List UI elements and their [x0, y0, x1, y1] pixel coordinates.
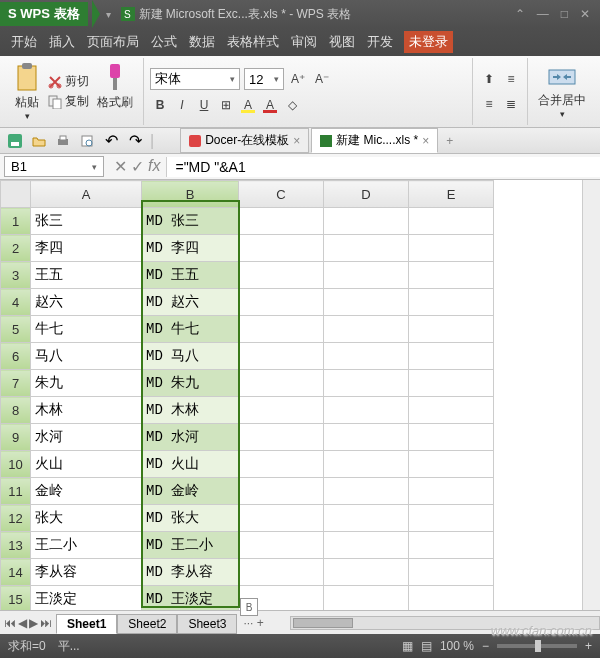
name-box[interactable]: B1▾ — [4, 156, 104, 177]
redo-icon[interactable]: ↷ — [126, 132, 144, 150]
cell[interactable]: 朱九 — [31, 370, 142, 397]
cell[interactable]: MD 张大 — [142, 505, 239, 532]
font-name-select[interactable]: 宋体▾ — [150, 68, 240, 90]
sheet-tab-2[interactable]: Sheet2 — [117, 614, 177, 634]
cell[interactable] — [324, 397, 409, 424]
align-center-icon[interactable]: ≣ — [501, 94, 521, 114]
cell[interactable]: MD 王淡定 — [142, 586, 239, 611]
cell[interactable] — [409, 586, 494, 611]
zoom-in-icon[interactable]: + — [585, 639, 592, 653]
col-header-b[interactable]: B — [142, 181, 239, 208]
align-left-icon[interactable]: ≡ — [479, 94, 499, 114]
cell[interactable] — [409, 370, 494, 397]
cells-table[interactable]: A B C D E 1张三MD 张三2李四MD 李四3王五MD 王五4赵六MD … — [0, 180, 494, 610]
underline-button[interactable]: U — [194, 95, 214, 115]
cell[interactable] — [324, 505, 409, 532]
cell[interactable] — [324, 235, 409, 262]
cell[interactable]: MD 张三 — [142, 208, 239, 235]
cell[interactable]: MD 水河 — [142, 424, 239, 451]
menu-page-layout[interactable]: 页面布局 — [82, 31, 144, 53]
menu-insert[interactable]: 插入 — [44, 31, 80, 53]
cell[interactable] — [409, 397, 494, 424]
doc-tab-current[interactable]: 新建 Mic....xls *× — [311, 128, 438, 153]
align-top-icon[interactable]: ⬆ — [479, 69, 499, 89]
cell[interactable]: 王五 — [31, 262, 142, 289]
row-header[interactable]: 13 — [1, 532, 31, 559]
cell[interactable] — [324, 586, 409, 611]
cell[interactable] — [409, 262, 494, 289]
save-icon[interactable] — [6, 132, 24, 150]
cell[interactable]: MD 李从容 — [142, 559, 239, 586]
cell[interactable] — [324, 289, 409, 316]
overflow-icon[interactable]: ⌃ — [515, 7, 525, 21]
app-menu-dropdown-icon[interactable]: ▾ — [106, 9, 111, 20]
cell[interactable]: 李四 — [31, 235, 142, 262]
cell[interactable]: MD 王五 — [142, 262, 239, 289]
sheet-more[interactable]: ··· + — [237, 616, 269, 630]
cell[interactable] — [409, 451, 494, 478]
cell[interactable]: 水河 — [31, 424, 142, 451]
paste-button[interactable]: 粘贴▾ — [10, 62, 44, 121]
increase-font-icon[interactable]: A⁺ — [288, 69, 308, 89]
cell[interactable]: 张大 — [31, 505, 142, 532]
tab-close-icon[interactable]: × — [422, 134, 429, 148]
cell[interactable] — [239, 451, 324, 478]
cell[interactable] — [239, 208, 324, 235]
cell[interactable] — [409, 208, 494, 235]
row-header[interactable]: 7 — [1, 370, 31, 397]
cell[interactable] — [239, 559, 324, 586]
cell[interactable]: 木林 — [31, 397, 142, 424]
menu-review[interactable]: 审阅 — [286, 31, 322, 53]
cell[interactable]: 马八 — [31, 343, 142, 370]
align-middle-icon[interactable]: ≡ — [501, 69, 521, 89]
cell[interactable]: MD 朱九 — [142, 370, 239, 397]
cell[interactable]: 张三 — [31, 208, 142, 235]
print-preview-icon[interactable] — [78, 132, 96, 150]
cell[interactable]: 赵六 — [31, 289, 142, 316]
cell[interactable] — [324, 262, 409, 289]
sheet-tab-3[interactable]: Sheet3 — [177, 614, 237, 634]
cell[interactable] — [239, 262, 324, 289]
fill-color-button[interactable]: A — [238, 95, 258, 115]
select-all-corner[interactable] — [1, 181, 31, 208]
border-button[interactable]: ⊞ — [216, 95, 236, 115]
formula-input[interactable]: ="MD "&A1 — [166, 157, 600, 177]
row-header[interactable]: 12 — [1, 505, 31, 532]
cell[interactable] — [409, 235, 494, 262]
cell[interactable]: MD 牛七 — [142, 316, 239, 343]
cell[interactable]: MD 木林 — [142, 397, 239, 424]
cut-button[interactable]: 剪切 — [48, 73, 89, 90]
minimize-icon[interactable]: — — [537, 7, 549, 21]
new-tab-icon[interactable]: + — [440, 134, 459, 148]
view-page-icon[interactable]: ▤ — [421, 639, 432, 653]
menu-formulas[interactable]: 公式 — [146, 31, 182, 53]
col-header-d[interactable]: D — [324, 181, 409, 208]
row-header[interactable]: 10 — [1, 451, 31, 478]
cell[interactable] — [409, 559, 494, 586]
maximize-icon[interactable]: □ — [561, 7, 568, 21]
close-icon[interactable]: ✕ — [580, 7, 590, 21]
row-header[interactable]: 8 — [1, 397, 31, 424]
row-header[interactable]: 5 — [1, 316, 31, 343]
last-sheet-icon[interactable]: ⏭ — [40, 616, 52, 630]
cell[interactable] — [239, 424, 324, 451]
sheet-tab-1[interactable]: Sheet1 — [56, 614, 117, 634]
copy-button[interactable]: 复制 — [48, 93, 89, 110]
cell[interactable] — [324, 316, 409, 343]
cell[interactable] — [409, 505, 494, 532]
cell[interactable]: MD 金岭 — [142, 478, 239, 505]
login-button[interactable]: 未登录 — [404, 31, 453, 53]
row-header[interactable]: 4 — [1, 289, 31, 316]
cell[interactable]: MD 赵六 — [142, 289, 239, 316]
print-icon[interactable] — [54, 132, 72, 150]
cell[interactable] — [324, 424, 409, 451]
row-header[interactable]: 15 — [1, 586, 31, 611]
row-header[interactable]: 11 — [1, 478, 31, 505]
cell[interactable] — [239, 532, 324, 559]
cell[interactable] — [324, 559, 409, 586]
font-color-button[interactable]: A — [260, 95, 280, 115]
font-size-select[interactable]: 12▾ — [244, 68, 284, 90]
zoom-value[interactable]: 100 % — [440, 639, 474, 653]
menu-view[interactable]: 视图 — [324, 31, 360, 53]
cell[interactable] — [409, 532, 494, 559]
